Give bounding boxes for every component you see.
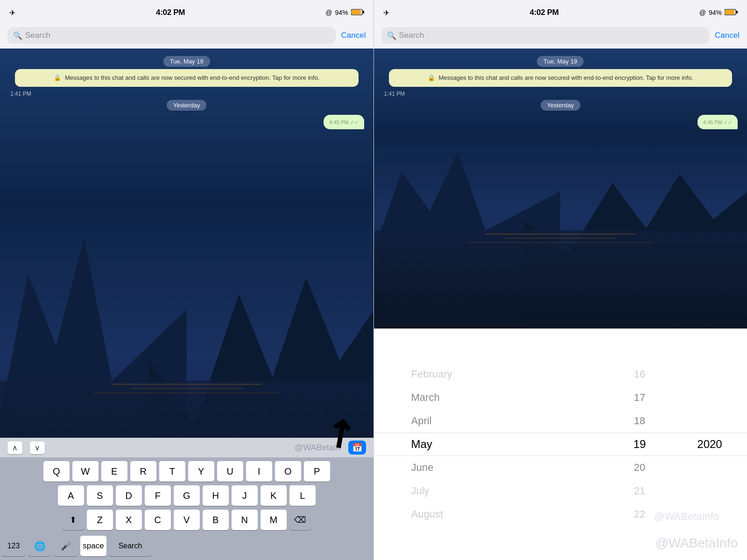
key-P[interactable]: P	[304, 461, 330, 482]
right-panel: ✈ 4:02 PM @ 94% 🔍 Cancel	[374, 0, 747, 560]
key-X[interactable]: X	[116, 510, 142, 530]
left-panel: ✈ 4:02 PM @ 94% 🔍 Cancel	[0, 0, 374, 560]
key-A[interactable]: A	[58, 485, 84, 506]
key-Y[interactable]: Y	[188, 461, 214, 482]
svg-rect-1	[363, 11, 364, 14]
sent-message-right[interactable]: 4:45 PM ✓✓	[698, 115, 738, 129]
key-V[interactable]: V	[174, 510, 200, 530]
battery-icon-left	[351, 9, 364, 17]
timestamp-1-right: 1:41 PM	[384, 91, 742, 97]
cal-month-may[interactable]: May	[402, 433, 607, 456]
key-R[interactable]: R	[130, 461, 156, 482]
key-globe[interactable]: 🌐	[28, 536, 51, 556]
keyboard-body: ↗ Q W E R T Y U I O P A S	[0, 457, 374, 560]
keyboard-next-button[interactable]: ∨	[30, 441, 45, 454]
search-input-wrap-right[interactable]: 🔍	[381, 27, 710, 44]
key-D[interactable]: D	[116, 485, 142, 506]
system-message-right[interactable]: 🔒 Messages to this chat and calls are no…	[389, 69, 733, 87]
battery-icon-right	[725, 9, 738, 17]
key-row-1: Q W E R T Y U I O P	[2, 461, 372, 482]
keyboard-toolbar: ∧ ∨ @WABetaIn 📅	[0, 438, 374, 457]
cal-month-june[interactable]: June	[402, 456, 607, 479]
status-left-right: ✈	[383, 8, 389, 17]
key-shift[interactable]: ⬆	[63, 510, 84, 530]
cancel-button-left[interactable]: Cancel	[341, 31, 366, 40]
svg-rect-5	[725, 10, 734, 14]
key-B[interactable]: B	[203, 510, 229, 530]
search-icon-left: 🔍	[13, 31, 22, 40]
chat-area-right: Tue, May 19 🔒 Messages to this chat and …	[374, 49, 747, 329]
cal-month-august[interactable]: August	[402, 503, 607, 526]
key-Q[interactable]: Q	[43, 461, 70, 482]
svg-rect-2	[352, 10, 361, 14]
cancel-button-right[interactable]: Cancel	[715, 31, 740, 40]
airplane-icon-right: ✈	[383, 8, 389, 17]
calendar-scroll-area[interactable]: February March April May June July Augus…	[374, 329, 747, 560]
key-F[interactable]: F	[145, 485, 171, 506]
cal-day-17[interactable]: 17	[607, 386, 672, 409]
keyboard-bottom-row: 123 🌐 🎤 space Search	[0, 536, 374, 560]
key-W[interactable]: W	[72, 461, 99, 482]
search-input-right[interactable]	[399, 31, 704, 40]
key-G[interactable]: G	[174, 485, 200, 506]
sent-message-left[interactable]: 4:45 PM ✓✓	[324, 115, 364, 129]
calendar-year-column[interactable]: 2020	[672, 329, 747, 560]
key-O[interactable]: O	[275, 461, 301, 482]
key-H[interactable]: H	[203, 485, 229, 506]
cal-day-20[interactable]: 20	[607, 456, 672, 479]
calendar-day-column[interactable]: 16 17 18 19 20 21 22	[607, 329, 672, 560]
water-reflection-right	[374, 231, 747, 329]
cal-day-21[interactable]: 21	[607, 479, 672, 503]
svg-rect-4	[736, 11, 738, 14]
battery-percent-left: 94%	[335, 9, 348, 16]
key-microphone[interactable]: 🎤	[54, 536, 78, 556]
status-left: ✈	[9, 8, 15, 17]
msg-time-left: 4:45 PM ✓✓	[329, 119, 358, 126]
cal-month-february[interactable]: February	[402, 363, 607, 386]
lock-icon-right: 🔒	[428, 74, 435, 81]
cal-month-april[interactable]: April	[402, 409, 607, 433]
key-backspace[interactable]: ⌫	[289, 510, 311, 530]
search-bar-right: 🔍 Cancel	[374, 23, 747, 49]
cal-day-16[interactable]: 16	[607, 363, 672, 386]
system-message-left[interactable]: 🔒 Messages to this chat and calls are no…	[15, 69, 359, 87]
search-input-left[interactable]	[25, 31, 330, 40]
key-U[interactable]: U	[217, 461, 243, 482]
key-space[interactable]: space	[80, 536, 106, 556]
search-input-wrap-left[interactable]: 🔍	[7, 27, 336, 44]
lock-status-icon-right: @	[699, 9, 706, 16]
key-E[interactable]: E	[101, 461, 127, 482]
key-T[interactable]: T	[159, 461, 185, 482]
key-I[interactable]: I	[246, 461, 272, 482]
cal-month-march[interactable]: March	[402, 386, 607, 409]
cal-year-2020[interactable]: 2020	[672, 433, 747, 456]
key-search-submit[interactable]: Search	[109, 536, 151, 556]
key-L[interactable]: L	[289, 485, 316, 506]
key-numbers[interactable]: 123	[2, 536, 25, 556]
calendar-picker: February March April May June July Augus…	[374, 329, 747, 560]
key-Z[interactable]: Z	[87, 510, 113, 530]
calendar-month-column[interactable]: February March April May June July Augus…	[374, 329, 607, 560]
key-N[interactable]: N	[232, 510, 258, 530]
key-S[interactable]: S	[87, 485, 113, 506]
cal-day-19[interactable]: 19	[607, 433, 672, 456]
search-icon-right: 🔍	[387, 31, 396, 40]
key-M[interactable]: M	[261, 510, 287, 530]
cal-month-july[interactable]: July	[402, 479, 607, 503]
key-row-2: A S D F G H J K L	[2, 485, 372, 506]
status-right-right: @ 94%	[699, 9, 738, 17]
status-right-left: @ 94%	[325, 9, 364, 17]
cal-day-22[interactable]: 22	[607, 503, 672, 526]
key-C[interactable]: C	[145, 510, 171, 530]
keyboard-prev-button[interactable]: ∧	[7, 441, 22, 454]
key-J[interactable]: J	[232, 485, 258, 506]
date-badge-1-right: Tue, May 19	[380, 57, 742, 65]
airplane-icon: ✈	[9, 8, 15, 17]
lock-icon-left: 🔒	[54, 74, 61, 81]
timestamp-1-left: 1:41 PM	[10, 91, 368, 97]
cal-day-18[interactable]: 18	[607, 409, 672, 433]
date-badge-2-left: Yesterday	[6, 101, 368, 109]
date-badge-1-left: Tue, May 19	[6, 57, 368, 65]
search-bar-left: 🔍 Cancel	[0, 23, 374, 49]
key-K[interactable]: K	[261, 485, 287, 506]
